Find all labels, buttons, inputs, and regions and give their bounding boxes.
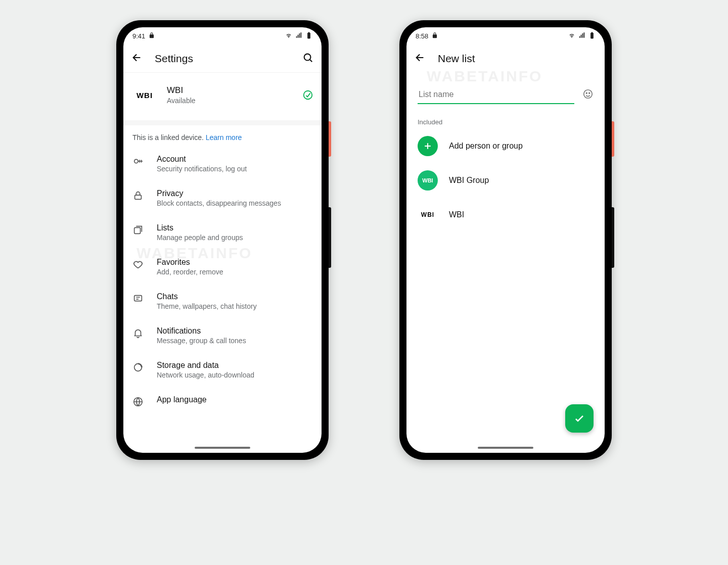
add-person-row[interactable]: Add person or group: [418, 129, 594, 163]
setting-title: Favorites: [157, 258, 223, 267]
plus-icon: [418, 136, 438, 156]
setting-storage[interactable]: Storage and dataNetwork usage, auto-down…: [123, 353, 322, 387]
group-label: WBI Group: [449, 176, 489, 185]
profile-row[interactable]: WBI WBI Available: [123, 73, 322, 125]
setting-subtitle: Manage people and groups: [157, 233, 243, 242]
phone-frame-right: 8:58 New list WABETAINFO Included Add p: [399, 20, 612, 460]
svg-point-9: [586, 92, 587, 93]
wifi-icon: [285, 32, 292, 40]
nav-handle[interactable]: [478, 447, 533, 449]
power-button: [612, 121, 614, 157]
setting-favorites[interactable]: FavoritesAdd, reorder, remove: [123, 250, 322, 284]
group-avatar: WBI: [418, 170, 438, 191]
setting-account[interactable]: AccountSecurity notifications, log out: [123, 147, 322, 181]
power-button: [329, 121, 331, 157]
signal-icon: [295, 32, 302, 40]
setting-title: Notifications: [157, 326, 246, 336]
signal-icon: [578, 32, 585, 40]
chat-icon: [132, 293, 144, 304]
bell-icon: [132, 327, 144, 339]
confirm-fab[interactable]: [565, 404, 594, 433]
setting-subtitle: Network usage, auto-download: [157, 371, 254, 379]
status-time: 9:41: [132, 32, 145, 40]
setting-subtitle: Message, group & call tones: [157, 337, 246, 345]
setting-title: Storage and data: [157, 361, 254, 370]
contact-label: WBI: [449, 210, 464, 219]
svg-rect-3: [135, 195, 142, 199]
svg-point-2: [134, 159, 138, 163]
profile-avatar: WBI: [131, 82, 158, 108]
new-list-content: Included Add person or group WBI WBI Gro…: [406, 73, 605, 453]
emoji-button[interactable]: [582, 88, 594, 102]
contact-row[interactable]: WBI WBI: [418, 198, 594, 232]
setting-subtitle: Block contacts, disappearing messages: [157, 199, 281, 207]
svg-rect-4: [134, 227, 141, 233]
setting-notifications[interactable]: NotificationsMessage, group & call tones: [123, 318, 322, 353]
svg-point-1: [304, 91, 312, 100]
phone-frame-left: 9:41 Settings WBI WBI Available This is …: [116, 20, 329, 460]
wifi-icon: [568, 32, 575, 40]
status-bar: 9:41: [123, 27, 322, 44]
page-title: New list: [438, 53, 597, 65]
learn-more-link[interactable]: Learn more: [206, 133, 242, 142]
linked-device-note: This is a linked device. Learn more: [123, 125, 322, 147]
screen-settings: 9:41 Settings WBI WBI Available This is …: [123, 27, 322, 453]
setting-chats[interactable]: ChatsTheme, wallpapers, chat history: [123, 284, 322, 318]
svg-point-8: [584, 90, 593, 99]
setting-subtitle: Theme, wallpapers, chat history: [157, 302, 257, 310]
setting-title: Lists: [157, 223, 243, 232]
lock-icon: [148, 32, 155, 40]
back-button[interactable]: [131, 52, 143, 65]
setting-title: Privacy: [157, 189, 281, 198]
volume-button: [329, 207, 331, 268]
screen-new-list: 8:58 New list WABETAINFO Included Add p: [406, 27, 605, 453]
battery-icon: [305, 32, 312, 40]
lists-icon: [132, 224, 144, 236]
group-row[interactable]: WBI WBI Group: [418, 163, 594, 198]
setting-privacy[interactable]: PrivacyBlock contacts, disappearing mess…: [123, 181, 322, 215]
search-button[interactable]: [302, 52, 313, 65]
app-bar: Settings: [123, 44, 322, 73]
lock-icon: [132, 190, 144, 201]
svg-point-0: [304, 54, 311, 60]
app-bar: New list: [406, 44, 605, 73]
data-icon: [132, 362, 144, 373]
status-time: 8:58: [416, 32, 428, 40]
profile-status: Available: [167, 97, 293, 105]
included-label: Included: [418, 118, 594, 126]
svg-rect-5: [134, 296, 142, 301]
add-person-label: Add person or group: [449, 142, 523, 151]
setting-title: Account: [157, 155, 247, 164]
svg-point-10: [589, 92, 590, 93]
list-name-input[interactable]: [418, 86, 574, 104]
setting-subtitle: Security notifications, log out: [157, 165, 247, 173]
setting-language[interactable]: App language: [123, 387, 322, 415]
setting-lists[interactable]: ListsManage people and groups: [123, 215, 322, 250]
heart-icon: [132, 259, 144, 270]
setting-title: App language: [157, 395, 207, 404]
status-check-icon: [302, 89, 313, 101]
page-title: Settings: [155, 53, 290, 65]
key-icon: [132, 156, 144, 167]
contact-avatar: WBI: [418, 205, 438, 225]
battery-icon: [588, 32, 596, 40]
setting-title: Chats: [157, 292, 257, 301]
nav-handle[interactable]: [195, 447, 250, 449]
lock-icon: [431, 32, 438, 40]
back-button[interactable]: [415, 52, 426, 65]
volume-button: [612, 207, 614, 268]
linked-note-text: This is a linked device.: [132, 133, 206, 142]
globe-icon: [132, 396, 144, 407]
status-bar: 8:58: [406, 27, 605, 44]
settings-list: AccountSecurity notifications, log out P…: [123, 147, 322, 453]
setting-subtitle: Add, reorder, remove: [157, 268, 223, 276]
profile-name: WBI: [167, 85, 293, 96]
